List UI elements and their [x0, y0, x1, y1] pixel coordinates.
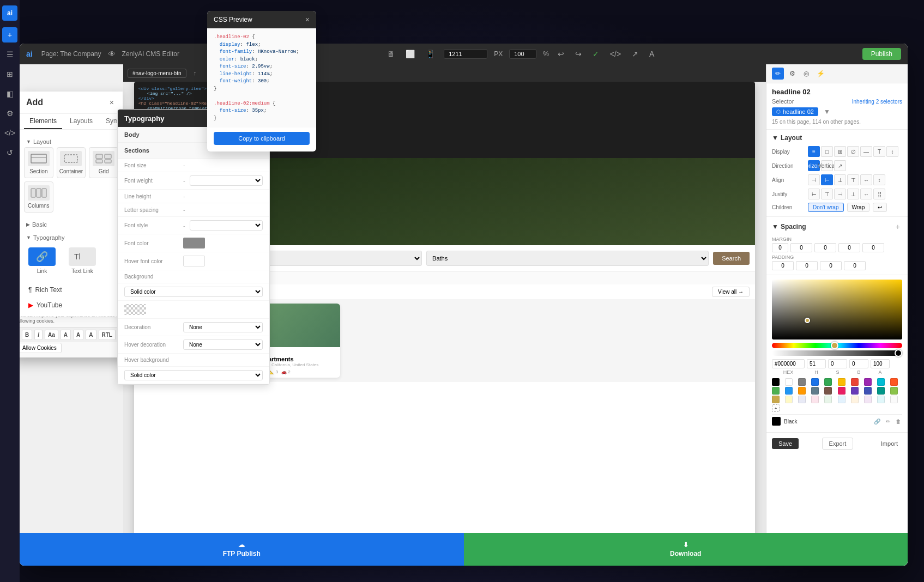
code-view-btn[interactable]: </>: [608, 48, 623, 59]
resolution-input[interactable]: [444, 49, 487, 59]
ftp-publish-btn[interactable]: ☁ FTP Publish: [20, 533, 464, 566]
swatch-lavender[interactable]: [798, 396, 806, 403]
media-btn[interactable]: ◧: [2, 86, 17, 101]
add-panel-close[interactable]: ×: [107, 97, 116, 108]
export-btn[interactable]: Export: [822, 438, 854, 450]
bold-btn[interactable]: B: [22, 330, 32, 340]
margin-right[interactable]: [814, 243, 836, 252]
settings-icon-btn[interactable]: ⚙: [786, 68, 798, 80]
font-color-swatch[interactable]: [183, 238, 205, 248]
color-gradient[interactable]: [772, 280, 902, 340]
text-link-item[interactable]: Tl Text Link: [64, 243, 100, 278]
align-4[interactable]: ⊤: [847, 174, 859, 185]
font-color-btn[interactable]: A: [61, 330, 71, 340]
swatch-white[interactable]: [785, 378, 793, 386]
tablet-btn[interactable]: ⬜: [403, 48, 417, 59]
padding-top[interactable]: [772, 261, 794, 270]
settings-btn[interactable]: ⚙: [2, 106, 17, 121]
margin-bottom[interactable]: [838, 243, 860, 252]
display-more-btn[interactable]: ↕: [886, 146, 898, 157]
export-icon-btn[interactable]: ↗: [630, 48, 641, 59]
copy-clipboard-btn[interactable]: Copy to clipboard: [214, 132, 310, 145]
view-all-btn[interactable]: View all →: [712, 287, 750, 297]
dont-wrap-btn[interactable]: Don't wrap: [808, 203, 844, 212]
baths-select[interactable]: Baths: [426, 251, 709, 266]
swatch-red[interactable]: [851, 378, 859, 386]
mobile-btn[interactable]: 📱: [424, 48, 437, 59]
display-flex-btn[interactable]: ≡: [808, 146, 820, 157]
swatch-cyan[interactable]: [877, 378, 885, 386]
font-size-btn[interactable]: Aa: [45, 330, 58, 340]
history-btn[interactable]: ↺: [2, 145, 17, 160]
font-btn[interactable]: A: [647, 48, 656, 59]
save-btn[interactable]: Save: [772, 438, 799, 449]
h-input[interactable]: [807, 359, 826, 368]
margin-left[interactable]: [862, 243, 884, 252]
margin-top[interactable]: [790, 243, 812, 252]
swatch-green-light[interactable]: [824, 396, 832, 403]
swatch-purple[interactable]: [864, 378, 872, 386]
spacing-add-btn[interactable]: +: [893, 221, 902, 232]
display-block-btn[interactable]: □: [821, 146, 833, 157]
color-link-icon[interactable]: 🔗: [873, 419, 881, 425]
tab-elements[interactable]: Elements: [24, 114, 62, 129]
s-input[interactable]: [828, 359, 847, 368]
hex-input[interactable]: [772, 359, 805, 368]
css-preview-close-btn[interactable]: ×: [305, 15, 310, 24]
link-item[interactable]: 🔗 Link: [24, 243, 60, 278]
swatch-amber[interactable]: [798, 387, 806, 395]
style-btn[interactable]: ✏: [772, 68, 784, 80]
swatch-near-white[interactable]: [890, 396, 898, 403]
align-2[interactable]: ⊢: [821, 174, 833, 185]
pages-btn[interactable]: ⊞: [2, 66, 17, 82]
swatch-yellow[interactable]: [838, 378, 846, 386]
display-grid-btn[interactable]: ⊞: [834, 146, 846, 157]
swatch-light-yellow[interactable]: [785, 396, 793, 403]
typography-section-label[interactable]: ▼ Typography: [24, 230, 118, 243]
swatch-deep-purple[interactable]: [851, 387, 859, 395]
swatch-pink-light[interactable]: [811, 396, 819, 403]
justify-5[interactable]: ↔: [860, 189, 872, 199]
display-none-btn[interactable]: ∅: [847, 146, 859, 157]
desktop-btn[interactable]: 🖥: [385, 48, 397, 59]
italic-btn[interactable]: I: [34, 330, 43, 340]
justify-1[interactable]: ⊢: [808, 189, 820, 199]
hue-bar[interactable]: [772, 343, 902, 348]
hue-cursor[interactable]: [831, 342, 838, 349]
swatch-green[interactable]: [824, 378, 832, 386]
swatch-orange-light[interactable]: [851, 396, 859, 403]
font-bg-btn[interactable]: A: [73, 330, 83, 340]
section-item[interactable]: Section: [24, 147, 53, 178]
swatch-indigo[interactable]: [864, 387, 872, 395]
download-btn[interactable]: ⬇ Download: [464, 533, 908, 566]
alpha-bar[interactable]: [772, 350, 902, 356]
a-input[interactable]: [871, 359, 890, 368]
swatch-blue2[interactable]: [785, 387, 793, 395]
color-edit-icon[interactable]: ✏: [885, 419, 891, 425]
check-btn[interactable]: ✓: [590, 48, 601, 59]
alpha-cursor[interactable]: [895, 349, 902, 357]
swatch-black[interactable]: [772, 378, 780, 386]
grid-item[interactable]: Grid: [89, 147, 118, 178]
redo-btn[interactable]: ↪: [573, 48, 584, 59]
add-panel-toggle[interactable]: +: [2, 27, 17, 43]
swatch-green2[interactable]: [772, 387, 780, 395]
search-btn[interactable]: Search: [713, 252, 750, 265]
align-3[interactable]: ⊥: [834, 174, 846, 185]
code-btn[interactable]: </>: [2, 125, 17, 141]
dir-alt-btn[interactable]: ↗: [834, 160, 846, 171]
swatch-blue[interactable]: [811, 378, 819, 386]
margin-all[interactable]: [772, 243, 788, 252]
swatch-slate[interactable]: [811, 387, 819, 395]
b-input[interactable]: [849, 359, 868, 368]
wrap-btn[interactable]: Wrap: [847, 203, 870, 212]
inheriting-text[interactable]: Inheriting 2 selectors: [852, 99, 902, 105]
hover-bg-select[interactable]: Solid color: [124, 370, 263, 380]
basic-section-label[interactable]: ▶ Basic: [24, 217, 118, 230]
dir-vertical-btn[interactable]: Vertical: [821, 160, 833, 171]
font-weight-select[interactable]: [190, 175, 263, 186]
wrap-extra-btn[interactable]: ↩: [873, 203, 887, 212]
rich-text-item[interactable]: ¶ Rich Text: [24, 283, 118, 297]
columns-item[interactable]: Columns: [24, 181, 53, 213]
bg-color-swatch[interactable]: [124, 304, 146, 315]
